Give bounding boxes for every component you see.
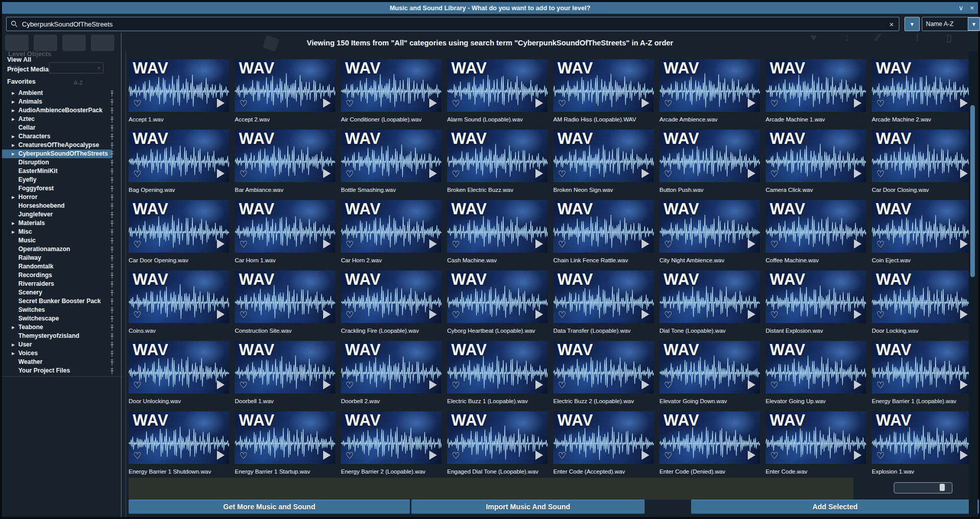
sound-tile-preview[interactable]: WAV♡ bbox=[341, 341, 442, 393]
category-row-main[interactable]: ▶Ambient bbox=[2, 89, 47, 97]
sidebar-category-aztec[interactable]: ▶Aztec bbox=[2, 115, 121, 123]
sound-item[interactable]: WAV♡Door Locking.wav bbox=[872, 270, 972, 341]
play-icon[interactable] bbox=[429, 98, 437, 108]
sound-tile-preview[interactable]: WAV♡ bbox=[659, 341, 760, 393]
category-row-main[interactable]: ▶CreaturesOfTheApocalypse bbox=[2, 141, 104, 150]
collapse-icon[interactable]: ∨ bbox=[959, 4, 964, 12]
sidebar-category-riverraiders[interactable]: Riverraiders bbox=[2, 280, 121, 288]
sound-item[interactable]: WAV♡Air Conditioner (Loopable).wav bbox=[341, 59, 442, 130]
sidebar-category-recordings[interactable]: Recordings bbox=[2, 271, 121, 280]
category-row-main[interactable]: ▶Materials bbox=[2, 219, 50, 228]
category-row-main[interactable]: Themysteryofzisland bbox=[2, 332, 84, 340]
category-row-main[interactable]: ▶Horror bbox=[2, 193, 42, 202]
favorite-heart-icon[interactable]: ♡ bbox=[876, 168, 885, 180]
play-icon[interactable] bbox=[854, 169, 862, 178]
category-row-main[interactable]: ▶Misc bbox=[2, 228, 37, 236]
sound-item[interactable]: WAV♡Broken Neon Sign.wav bbox=[553, 130, 654, 200]
sidebar-category-animals[interactable]: ▶Animals bbox=[2, 97, 121, 106]
play-icon[interactable] bbox=[642, 239, 649, 249]
expand-arrow-icon[interactable]: ▶ bbox=[12, 193, 18, 202]
play-icon[interactable] bbox=[854, 239, 862, 249]
sound-item[interactable]: WAV♡Construction Site.wav bbox=[235, 270, 335, 341]
sound-tile-preview[interactable]: WAV♡ bbox=[766, 200, 866, 253]
expand-arrow-icon[interactable]: ▶ bbox=[12, 340, 18, 349]
sound-tile-preview[interactable]: WAV♡ bbox=[129, 130, 229, 182]
sound-item[interactable]: WAV♡Arcade Machine 1.wav bbox=[766, 59, 866, 130]
favorite-heart-icon[interactable]: ♡ bbox=[346, 309, 354, 320]
vertical-scrollbar[interactable] bbox=[969, 51, 977, 517]
sound-tile-preview[interactable]: WAV♡ bbox=[341, 59, 442, 112]
category-row-main[interactable]: Switchescape bbox=[2, 314, 63, 323]
category-row-main[interactable]: ▶Aztec bbox=[2, 115, 39, 123]
category-row-main[interactable]: Scenery bbox=[2, 288, 47, 297]
sound-tile-preview[interactable]: WAV♡ bbox=[553, 341, 654, 393]
sound-item[interactable]: WAV♡Accept 1.wav bbox=[129, 59, 229, 130]
sound-tile-preview[interactable]: WAV♡ bbox=[766, 411, 866, 464]
category-row-main[interactable]: ▶Voices bbox=[2, 349, 42, 358]
favorite-heart-icon[interactable]: ♡ bbox=[558, 450, 566, 461]
favorite-heart-icon[interactable]: ♡ bbox=[770, 98, 778, 109]
favorite-heart-icon[interactable]: ♡ bbox=[876, 380, 885, 391]
sound-tile-preview[interactable]: WAV♡ bbox=[872, 270, 972, 323]
sort-dropdown[interactable]: Name A-Z ▼ bbox=[922, 17, 980, 31]
sound-item[interactable]: WAV♡Distant Explosion.wav bbox=[766, 270, 866, 341]
sound-tile-preview[interactable]: WAV♡ bbox=[553, 200, 654, 253]
chevron-down-icon[interactable]: ▼ bbox=[968, 17, 980, 31]
sound-tile-preview[interactable]: WAV♡ bbox=[235, 270, 335, 323]
play-icon[interactable] bbox=[323, 239, 331, 249]
sidebar-category-disruption[interactable]: Disruption bbox=[2, 158, 121, 167]
sound-tile-preview[interactable]: WAV♡ bbox=[341, 411, 442, 464]
category-row-main[interactable]: Horseshoebend bbox=[2, 202, 69, 210]
sidebar-category-junglefever[interactable]: Junglefever bbox=[2, 210, 121, 219]
sound-item[interactable]: WAV♡Accept 2.wav bbox=[235, 59, 335, 130]
sound-tile-preview[interactable]: WAV♡ bbox=[872, 59, 972, 112]
play-icon[interactable] bbox=[642, 98, 649, 108]
play-icon[interactable] bbox=[642, 169, 649, 178]
sidebar-category-switchescape[interactable]: Switchescape bbox=[2, 314, 121, 323]
play-icon[interactable] bbox=[323, 98, 331, 108]
sidebar-category-teabone[interactable]: ▶Teabone bbox=[2, 323, 121, 332]
favorite-heart-icon[interactable]: ♡ bbox=[133, 168, 141, 180]
sound-tile-preview[interactable]: WAV♡ bbox=[235, 130, 335, 182]
sound-item[interactable]: WAV♡AM Radio Hiss (Loopable).WAV bbox=[553, 59, 654, 130]
favorite-heart-icon[interactable]: ♡ bbox=[664, 309, 672, 320]
sound-item[interactable]: WAV♡Explosion 1.wav bbox=[872, 411, 972, 482]
play-icon[interactable] bbox=[217, 310, 225, 319]
category-row-main[interactable]: Foggyforest bbox=[2, 184, 58, 193]
sound-item[interactable]: WAV♡Broken Electric Buzz.wav bbox=[447, 130, 548, 200]
sound-item[interactable]: WAV♡Car Horn 1.wav bbox=[235, 200, 335, 270]
play-icon[interactable] bbox=[535, 451, 543, 460]
category-row-main[interactable]: Junglefever bbox=[2, 210, 57, 219]
play-icon[interactable] bbox=[217, 451, 225, 460]
sidebar-category-eyefly[interactable]: Eyefly bbox=[2, 176, 121, 184]
play-icon[interactable] bbox=[748, 169, 755, 178]
favorite-heart-icon[interactable]: ♡ bbox=[239, 309, 248, 320]
sound-item[interactable]: WAV♡Electric Buzz 2 (Loopable).wav bbox=[553, 341, 654, 411]
sound-tile-preview[interactable]: WAV♡ bbox=[341, 130, 442, 182]
category-row-main[interactable]: Cellar bbox=[2, 123, 40, 132]
category-row-main[interactable]: Riverraiders bbox=[2, 280, 59, 288]
sound-item[interactable]: WAV♡Car Door Opening.wav bbox=[129, 200, 229, 270]
slider-handle[interactable] bbox=[940, 484, 945, 491]
favorite-heart-icon[interactable]: ♡ bbox=[239, 239, 248, 250]
sound-item[interactable]: WAV♡Cash Machine.wav bbox=[447, 200, 548, 270]
import-music-button[interactable]: Import Music And Sound bbox=[411, 500, 645, 514]
expand-arrow-icon[interactable]: ▶ bbox=[12, 219, 18, 228]
category-row-main[interactable]: Randomtalk bbox=[2, 262, 58, 271]
play-icon[interactable] bbox=[748, 451, 755, 460]
category-row-main[interactable]: Railway bbox=[2, 254, 46, 262]
sidebar-category-your-project-files[interactable]: Your Project Files bbox=[2, 366, 121, 375]
expand-arrow-icon[interactable]: ▶ bbox=[12, 132, 18, 141]
sound-item[interactable]: WAV♡Elevator Going Down.wav bbox=[659, 341, 760, 411]
category-row-main[interactable]: Eyefly bbox=[2, 176, 41, 184]
sound-tile-preview[interactable]: WAV♡ bbox=[872, 200, 972, 253]
play-icon[interactable] bbox=[854, 380, 862, 389]
sidebar-category-horror[interactable]: ▶Horror bbox=[2, 193, 121, 202]
filter-dropdown-button[interactable]: ▼ bbox=[904, 17, 920, 31]
favorite-heart-icon[interactable]: ♡ bbox=[133, 98, 141, 109]
favorite-heart-icon[interactable]: ♡ bbox=[452, 239, 460, 250]
sound-tile-preview[interactable]: WAV♡ bbox=[766, 270, 866, 323]
sidebar-category-cyberpunksoundofthestreets[interactable]: ▶CyberpunkSoundOfTheStreets bbox=[2, 150, 121, 158]
category-row-main[interactable]: ▶Teabone bbox=[2, 323, 47, 332]
sound-item[interactable]: WAV♡Dial Tone (Loopable).wav bbox=[659, 270, 760, 341]
